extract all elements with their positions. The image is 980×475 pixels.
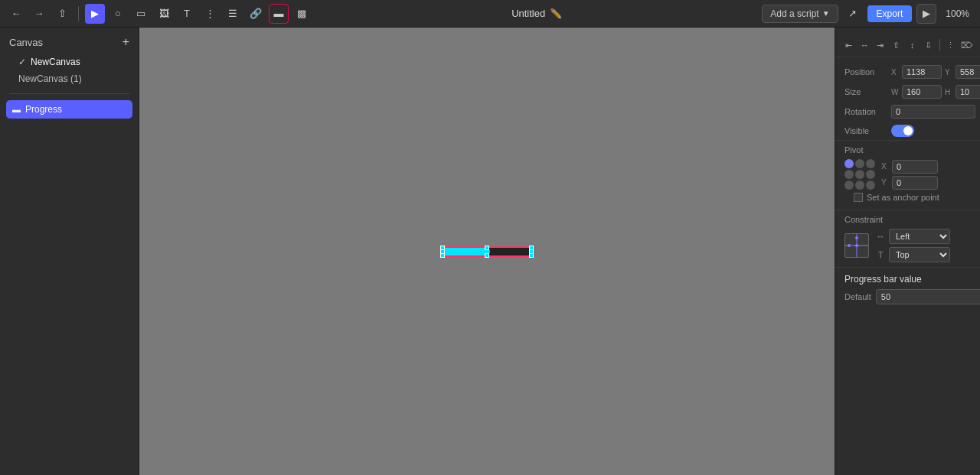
progress-outer (441, 246, 533, 257)
position-fields: X Y (891, 65, 980, 79)
layer-label: Progress (25, 104, 62, 115)
handle-tm[interactable] (485, 246, 489, 250)
canvas-item-label: NewCanvas (31, 57, 80, 67)
pivot-label: Pivot (844, 145, 971, 155)
progress-default-input[interactable] (876, 289, 980, 304)
rect-tool[interactable]: ▭ (131, 4, 151, 24)
export-button[interactable]: Export (867, 5, 913, 22)
anchor-row: Set as anchor point (844, 190, 971, 205)
forward-btn[interactable]: → (29, 4, 49, 24)
pivot-grid-row: X Y (844, 159, 971, 190)
pivot-dot-tr[interactable] (866, 159, 875, 168)
x-label: X (891, 68, 899, 76)
canvas-title: Canvas (9, 37, 43, 48)
distribute-v-btn[interactable]: ⌦ (959, 37, 974, 54)
constraint-grid (844, 233, 869, 258)
position-row: Position X Y (835, 62, 980, 82)
constraint-v-select[interactable]: Top Center Bottom Stretch (889, 247, 950, 262)
add-script-button[interactable]: Add a script ▼ (762, 5, 838, 23)
pivot-dot-tm[interactable] (855, 159, 864, 168)
edit-icon[interactable]: ✏️ (550, 8, 562, 19)
pivot-dot-mr[interactable] (866, 170, 875, 179)
align-bottom-btn[interactable]: ⇩ (921, 37, 936, 54)
pivot-dot-br[interactable] (866, 181, 875, 190)
h-label: H (945, 88, 952, 96)
progress-tool[interactable]: ▬ (269, 4, 289, 24)
align-top-btn[interactable]: ⇧ (889, 37, 903, 54)
pivot-inputs: X Y (881, 160, 938, 190)
align-right-btn[interactable]: ⇥ (874, 37, 888, 54)
constraint-h-row: ↔ Left Center Right Stretch (875, 229, 950, 244)
pivot-dot-mc[interactable] (855, 170, 864, 179)
pivot-y-field: Y (881, 176, 938, 190)
image-tool[interactable]: 🖼 (154, 4, 174, 24)
visible-toggle[interactable] (891, 125, 914, 137)
align-center-h-btn[interactable]: ↔ (858, 37, 872, 54)
rotation-row: Rotation ° (835, 102, 980, 122)
size-w-input[interactable] (902, 85, 942, 99)
constraint-v-icon: T (875, 250, 886, 259)
handle-bm[interactable] (485, 253, 489, 258)
right-toolbar: Add a script ▼ ↗ Export ▶ 100% (762, 4, 974, 24)
canvas-item-newcanvas[interactable]: ✓ NewCanvas (0, 54, 139, 70)
add-canvas-button[interactable]: + (122, 35, 129, 49)
position-label: Position (844, 67, 887, 76)
toolbar: ← → ⇧ ▶ ○ ▭ 🖼 T ⋮ ☰ 🔗 ▬ ▩ Untitled ✏️ Ad… (0, 0, 980, 28)
progress-val-row: Default (844, 289, 971, 304)
canvas-area[interactable] (139, 28, 835, 475)
external-link-btn[interactable]: ↗ (843, 4, 863, 24)
back-btn[interactable]: ← (6, 4, 26, 24)
divider (9, 93, 129, 94)
canvas-item-newcanvas1[interactable]: NewCanvas (1) (0, 70, 139, 87)
constraint-label: Constraint (844, 215, 971, 224)
align-left-btn[interactable]: ⇤ (841, 37, 856, 54)
title-area: Untitled ✏️ (315, 8, 759, 19)
list-tool[interactable]: ☰ (223, 4, 243, 24)
canvas-item-label2: NewCanvas (1) (18, 73, 82, 84)
add-script-label: Add a script (770, 8, 818, 19)
link-tool[interactable]: 🔗 (246, 4, 266, 24)
pivot-dot-ml[interactable] (844, 170, 854, 179)
export-label: Export (877, 8, 903, 19)
main-layout: Canvas + ✓ NewCanvas NewCanvas (1) ▬ Pro… (0, 28, 980, 475)
share-btn[interactable]: ⇧ (52, 4, 72, 24)
pivot-x-field: X (881, 160, 938, 174)
pivot-x-label: X (881, 162, 889, 171)
document-title: Untitled (511, 8, 545, 19)
pivot-y-label: Y (881, 178, 889, 187)
pivot-dot-bm[interactable] (855, 181, 864, 190)
check-icon: ✓ (18, 57, 26, 67)
align-center-v-btn[interactable]: ↕ (905, 37, 920, 54)
size-row: Size W H (835, 82, 980, 102)
distribute-h-btn[interactable]: ⋮ (943, 37, 958, 54)
pivot-x-input[interactable] (892, 160, 938, 174)
anchor-checkbox[interactable] (854, 193, 863, 202)
progress-fill (443, 248, 487, 255)
constraint-h-select[interactable]: Left Center Right Stretch (889, 229, 950, 244)
progress-widget[interactable] (441, 246, 533, 257)
align-sep (939, 39, 940, 51)
play-button[interactable]: ▶ (916, 4, 936, 24)
right-panel: ⇤ ↔ ⇥ ⇧ ↕ ⇩ ⋮ ⌦ Position X Y Size W (835, 28, 980, 475)
toggle-knob (903, 126, 913, 135)
grid-tool[interactable]: ⋮ (200, 4, 220, 24)
pivot-y-input[interactable] (892, 176, 938, 190)
layer-progress[interactable]: ▬ Progress (6, 100, 132, 119)
text-tool[interactable]: T (177, 4, 197, 24)
size-label: Size (844, 87, 887, 96)
handle-ml[interactable] (440, 249, 445, 254)
select-tool[interactable]: ▶ (85, 4, 105, 24)
position-y-input[interactable] (956, 65, 980, 79)
rotation-input[interactable] (891, 105, 975, 119)
chevron-down-icon: ▼ (822, 9, 830, 18)
circle-tool[interactable]: ○ (108, 4, 128, 24)
media-tool[interactable]: ▩ (292, 4, 312, 24)
pivot-dot-bl[interactable] (844, 181, 854, 190)
pivot-dot-tl[interactable] (844, 159, 854, 168)
visible-label: Visible (844, 126, 887, 135)
constraint-h-icon: ↔ (875, 232, 886, 241)
handle-mr[interactable] (529, 249, 534, 254)
size-h-input[interactable] (956, 85, 980, 99)
zoom-level: 100% (941, 8, 974, 19)
position-x-input[interactable] (902, 65, 942, 79)
